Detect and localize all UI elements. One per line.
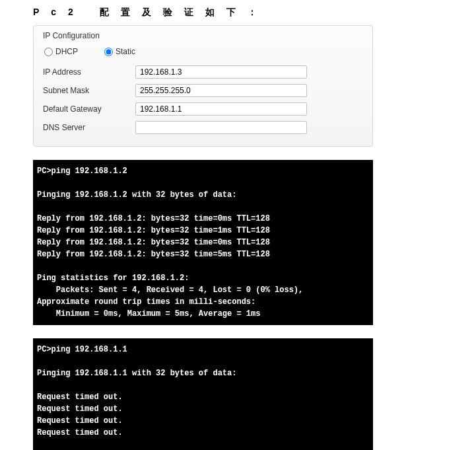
- dns-server-label: DNS Server: [43, 123, 135, 132]
- default-gateway-input[interactable]: [135, 102, 307, 116]
- ip-address-input[interactable]: [135, 65, 307, 79]
- dns-server-input[interactable]: [135, 121, 307, 134]
- subnet-mask-label: Subnet Mask: [43, 86, 135, 95]
- static-radio[interactable]: [104, 48, 113, 56]
- ip-mode-radio-group: DHCP Static: [43, 44, 363, 63]
- subnet-mask-row: Subnet Mask: [43, 81, 363, 100]
- static-radio-item[interactable]: Static: [104, 47, 135, 56]
- ip-address-row: IP Address: [43, 63, 363, 81]
- terminal-output-2: PC>ping 192.168.1.1 Pinging 192.168.1.1 …: [33, 338, 373, 450]
- terminal-output-1: PC>ping 192.168.1.2 Pinging 192.168.1.2 …: [33, 160, 373, 325]
- ip-configuration-panel: IP Configuration DHCP Static IP Address …: [33, 25, 373, 147]
- ip-address-label: IP Address: [43, 67, 135, 77]
- dhcp-radio-item[interactable]: DHCP: [44, 47, 78, 56]
- dhcp-label: DHCP: [55, 47, 78, 56]
- default-gateway-label: Default Gateway: [43, 104, 135, 114]
- dhcp-radio[interactable]: [44, 48, 53, 56]
- ip-config-legend: IP Configuration: [43, 31, 363, 40]
- dns-server-row: DNS Server: [43, 118, 363, 137]
- page-title: Pc2 配置及验证如下：: [33, 7, 443, 19]
- default-gateway-row: Default Gateway: [43, 100, 363, 118]
- subnet-mask-input[interactable]: [135, 84, 307, 97]
- static-label: Static: [116, 47, 135, 56]
